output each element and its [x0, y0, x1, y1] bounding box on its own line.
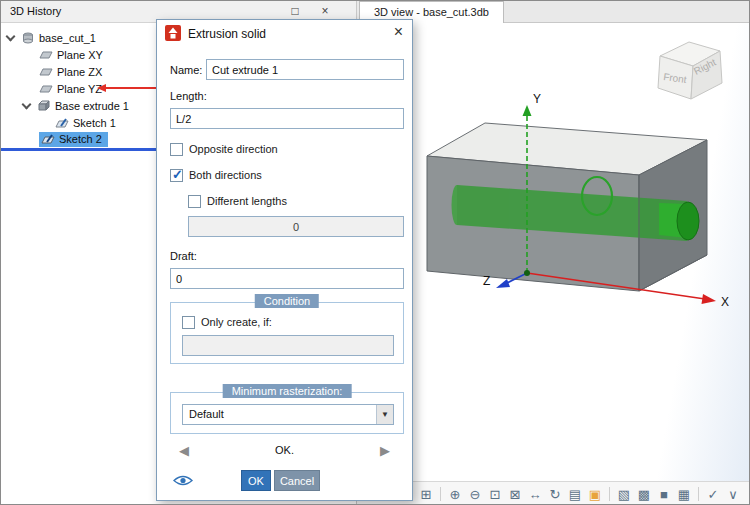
- checkbox-icon: [182, 316, 195, 329]
- checkbox-label: Opposite direction: [189, 143, 278, 155]
- 3d-viewport[interactable]: Y X Z Front Right: [356, 23, 750, 481]
- ok-button[interactable]: OK: [241, 470, 271, 491]
- name-input[interactable]: [206, 59, 404, 80]
- checkbox-label: Both directions: [189, 169, 262, 181]
- dialog-title: Extrusion solid: [188, 27, 266, 41]
- draft-input[interactable]: [170, 268, 404, 289]
- status-text: OK.: [157, 444, 412, 456]
- tree-item-label: Plane YZ: [57, 83, 102, 95]
- tab-bar: 3D view - base_cut.3db: [356, 1, 750, 23]
- selected-row-highlight: Sketch 2: [39, 132, 108, 147]
- view-cube[interactable]: Front Right: [658, 42, 722, 99]
- cancel-button[interactable]: Cancel: [274, 470, 320, 491]
- cube-shaded-icon[interactable]: ■: [655, 485, 673, 503]
- tree-item-label: Sketch 2: [59, 133, 102, 145]
- close-icon[interactable]: ×: [394, 23, 403, 41]
- raster-selected-value: Default: [183, 405, 376, 424]
- plane-icon: [39, 66, 53, 78]
- annotation-arrow-plane-yz: [97, 84, 157, 93]
- name-label: Name:: [170, 64, 202, 76]
- drop-insertion-bar: [1, 148, 158, 151]
- dialog-titlebar[interactable]: Extrusion solid ×: [157, 20, 412, 47]
- sketch-icon: [55, 117, 69, 129]
- next-operation-arrow[interactable]: ▶: [380, 443, 390, 458]
- condition-expression-input: [182, 335, 394, 356]
- sketch-icon: [41, 133, 55, 145]
- condition-group: Condition Only create, if:: [170, 302, 404, 364]
- extrusion-solid-icon: [165, 25, 181, 41]
- dropdown-arrow-glyph: ▼: [381, 410, 389, 419]
- sheet-icon[interactable]: ▤: [566, 485, 584, 503]
- axis-x-label: X: [721, 295, 729, 309]
- axis-z-label: Z: [483, 274, 490, 288]
- measure-grid-icon[interactable]: ▦: [675, 485, 693, 503]
- zoom-out-icon[interactable]: ⊖: [466, 485, 484, 503]
- checkbox-label: Only create, if:: [201, 316, 272, 328]
- toolbar-separator: [698, 487, 699, 501]
- tree-item-label: Plane ZX: [57, 66, 102, 78]
- viewport-layout-icon[interactable]: ⊞: [417, 485, 435, 503]
- checkbox-checked-icon: [170, 169, 183, 182]
- second-length-input: [188, 216, 404, 237]
- checkbox-label: Different lengths: [207, 195, 287, 207]
- checkbox-icon: [188, 195, 201, 208]
- maximize-icon[interactable]: □: [285, 3, 305, 20]
- model-icon: [21, 31, 35, 44]
- extrude-icon: [37, 99, 51, 112]
- arrow-line: [105, 87, 156, 89]
- raster-group-title: Minimum rasterization:: [223, 384, 352, 398]
- checkbox-icon: [170, 143, 183, 156]
- rotate-view-icon[interactable]: ↻: [546, 485, 564, 503]
- chevron-down-icon[interactable]: [6, 31, 16, 41]
- toolbar-separator: [440, 487, 441, 501]
- toolbar-separator: [609, 487, 610, 501]
- tree-item-label: Plane XY: [57, 49, 103, 61]
- only-create-checkbox[interactable]: Only create, if:: [182, 315, 272, 329]
- tab-label: 3D view - base_cut.3db: [374, 6, 489, 18]
- both-directions-checkbox[interactable]: Both directions: [170, 168, 262, 182]
- draft-label: Draft:: [170, 250, 197, 262]
- pan-icon[interactable]: ↔: [526, 485, 544, 503]
- axis-y-label: Y: [533, 92, 541, 106]
- zoom-window-icon[interactable]: ⊡: [486, 485, 504, 503]
- zoom-all-icon[interactable]: ⊠: [506, 485, 524, 503]
- tree-item-label: Sketch 1: [73, 117, 116, 129]
- raster-select[interactable]: Default ▼: [182, 404, 394, 425]
- tree-item-label: base_cut_1: [39, 32, 96, 44]
- apply-check-icon[interactable]: ✓: [704, 485, 722, 503]
- workplane-icon[interactable]: ▧: [615, 485, 633, 503]
- chevron-down-icon[interactable]: ▼: [376, 405, 393, 424]
- toolbar-overflow-icon[interactable]: ∨: [724, 485, 742, 503]
- length-label: Length:: [170, 90, 207, 102]
- opposite-direction-checkbox[interactable]: Opposite direction: [170, 142, 278, 156]
- condition-group-title: Condition: [255, 294, 319, 308]
- panel-title: 3D History: [10, 5, 61, 17]
- close-icon[interactable]: ×: [315, 3, 335, 20]
- cube-wireframe-icon[interactable]: ▩: [635, 485, 653, 503]
- zoom-in-icon[interactable]: ⊕: [446, 485, 464, 503]
- view-toolbar: ⊞ ⊕ ⊖ ⊡ ⊠ ↔ ↻ ▤ ▣ ▧ ▩ ■ ▦ ✓ ∨: [356, 481, 750, 505]
- 3d-scene[interactable]: Y X Z Front Right: [357, 23, 750, 481]
- application-window: 3D History □ × 3D view - base_cut.3db ba…: [0, 0, 750, 505]
- length-input[interactable]: [170, 108, 404, 129]
- chevron-down-icon[interactable]: [22, 99, 32, 109]
- origin-point[interactable]: [524, 270, 530, 276]
- active-document-icon[interactable]: ▣: [586, 485, 604, 503]
- raster-group: Minimum rasterization: Default ▼: [170, 392, 404, 434]
- tree-item-label: Base extrude 1: [55, 100, 129, 112]
- plane-icon: [39, 83, 53, 95]
- extrusion-solid-dialog: Extrusion solid × Name: Length: Opposite…: [156, 19, 413, 501]
- plane-icon: [39, 49, 53, 61]
- preview-eye-icon[interactable]: [173, 474, 193, 487]
- different-lengths-checkbox[interactable]: Different lengths: [188, 194, 287, 208]
